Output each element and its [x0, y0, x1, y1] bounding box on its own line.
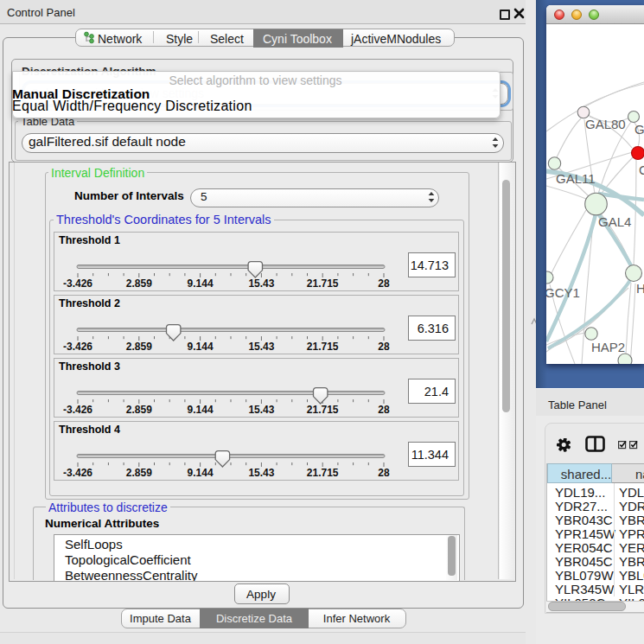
svg-text:G.: G.	[634, 122, 644, 137]
svg-text:H: H	[636, 281, 644, 296]
svg-text:C: C	[639, 163, 644, 177]
svg-text:GAL4: GAL4	[598, 214, 631, 229]
svg-text:GAL80: GAL80	[585, 117, 626, 131]
svg-text:GCY1: GCY1	[546, 285, 580, 300]
svg-text:GAL11: GAL11	[556, 171, 596, 186]
svg-text:HAP2: HAP2	[591, 340, 625, 354]
